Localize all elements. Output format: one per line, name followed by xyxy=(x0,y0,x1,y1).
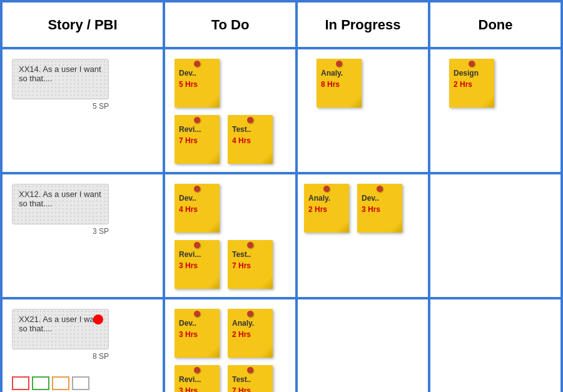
sticky-r2-todo-2: Revi... 3 Hrs xyxy=(175,240,220,289)
header-todo: To Do xyxy=(164,1,297,48)
story-sp-2: 3 SP xyxy=(12,227,109,236)
photo-3 xyxy=(52,376,69,390)
sticky-r2-inprog-2: Dev.. 3 Hrs xyxy=(357,184,402,233)
sticky-r2-todo-3: Test.. 7 Hrs xyxy=(228,240,273,289)
photo-2 xyxy=(32,376,49,390)
sticky-r2-inprog-1: Analy. 2 Hrs xyxy=(304,184,349,233)
done-row2 xyxy=(429,173,562,298)
inprogress-row1: Analy. 8 Hrs xyxy=(297,48,429,173)
story-row2: XX12. As a user I want so that.... 3 SP xyxy=(1,173,164,298)
sticky-r3-todo-2: Analy. 2 Hrs xyxy=(228,309,273,358)
inprogress-row3 xyxy=(297,298,429,392)
photo-4 xyxy=(72,376,89,390)
sticky-r1-todo-2: Revi... 7 Hrs xyxy=(175,115,220,164)
story-card-3: XX21. As a user I want so that.... xyxy=(12,309,109,349)
story-row1: XX14. As a user I want so that.... 5 SP xyxy=(1,48,164,173)
inprogress-row2: Analy. 2 Hrs Dev.. 3 Hrs xyxy=(297,173,429,298)
done-row3 xyxy=(429,298,562,392)
brand-area: Agile Digest xyxy=(12,376,153,392)
todo-row3: Dev.. 3 Hrs Analy. 2 Hrs Revi... 3 Hrs T… xyxy=(164,298,297,392)
done-row1: Design 2 Hrs xyxy=(429,48,562,173)
sticky-r1-inprog-1: Analy. 8 Hrs xyxy=(317,59,362,108)
sticky-r1-done-1: Design 2 Hrs xyxy=(449,59,494,108)
sticky-r1-todo-3: Test.. 4 Hrs xyxy=(228,115,273,164)
red-dot-icon xyxy=(93,314,103,324)
mini-photos xyxy=(12,376,153,390)
story-sp-1: 5 SP xyxy=(12,102,109,111)
photo-1 xyxy=(12,376,29,390)
sticky-r2-todo-1: Dev.. 4 Hrs xyxy=(175,184,220,233)
todo-row2: Dev.. 4 Hrs Revi... 3 Hrs Test.. 7 Hrs xyxy=(164,173,297,298)
kanban-board: Story / PBI To Do In Progress Done XX14.… xyxy=(0,0,563,392)
header-inprogress: In Progress xyxy=(297,1,429,48)
header-story: Story / PBI xyxy=(1,1,164,48)
sticky-r3-todo-1: Dev.. 3 Hrs xyxy=(175,309,220,358)
sticky-r1-todo-1: Dev.. 5 Hrs xyxy=(175,59,220,108)
story-card-2: XX12. As a user I want so that.... xyxy=(12,184,109,224)
story-card-1: XX14. As a user I want so that.... xyxy=(12,59,109,99)
todo-row1: Dev.. 5 Hrs Revi... 7 Hrs Test.. 4 Hrs xyxy=(164,48,297,173)
sticky-r3-todo-3: Revi... 3 Hrs xyxy=(175,365,220,392)
sticky-r3-todo-4: Test.. 7 Hrs xyxy=(228,365,273,392)
story-sp-3: 8 SP xyxy=(12,352,109,361)
story-brand-row3: XX21. As a user I want so that.... 8 SP … xyxy=(1,298,164,392)
header-done: Done xyxy=(429,1,562,48)
